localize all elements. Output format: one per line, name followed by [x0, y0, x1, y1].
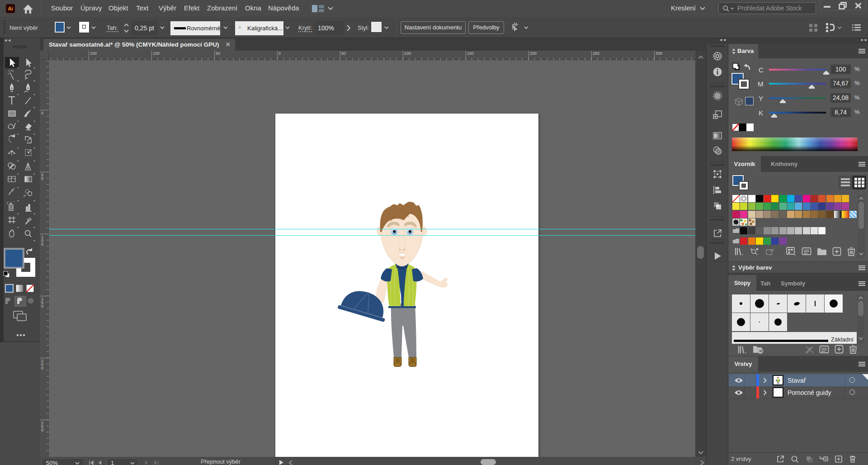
svg-text:◄◄: ◄◄ [4, 38, 11, 43]
